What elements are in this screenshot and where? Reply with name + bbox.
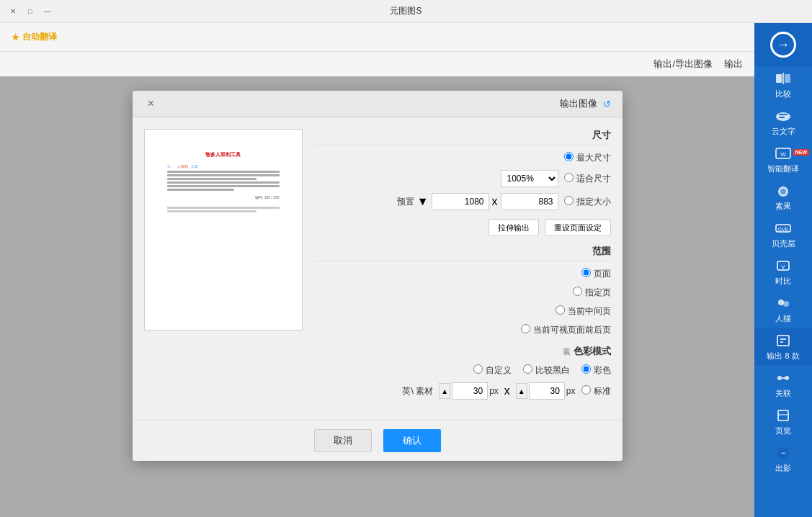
margin-x-input[interactable] [452,382,488,400]
stretch-button[interactable]: 拉伸输出 [488,219,539,236]
all-pages-label: 页面 [594,268,611,280]
toolbar-logo[interactable]: ★ 自动翻译 [12,31,57,43]
sidebar-item-timecompare[interactable]: V 时比 [754,253,812,291]
sidebar-top-button[interactable]: → [754,23,812,66]
time-compare-icon: V [775,258,792,273]
sidebar-item-fruit[interactable]: 素果 [754,179,812,216]
bw-radio[interactable] [523,364,532,377]
height-input[interactable] [501,193,558,210]
color-radio-group: 彩色 [581,364,611,377]
sidebar-item-compare[interactable]: 比较 [754,66,812,104]
custom-color-radio[interactable] [473,364,483,377]
content-area: ★ 自动翻译 输出/导出图像 输出 × 输出图像 [0,23,754,517]
sidebar-item-label-person-cat: 人猫 [775,313,791,324]
range-section: 范围 页面 [314,245,611,336]
max-size-row: 最大尺寸 [314,151,611,164]
margin-y-input[interactable] [529,382,565,400]
color-radio[interactable] [581,364,591,377]
relation-icon [775,371,792,385]
top-toolbar: ★ 自动翻译 [0,23,754,52]
sidebar-item-cloud-text[interactable]: 云文字 [754,104,812,141]
current-middle-radio[interactable] [556,305,565,318]
standard-radio[interactable] [581,385,591,397]
modal-body: 智多人双利工具 工 · 人双利 工具 [133,117,623,420]
size-separator: x [492,195,498,208]
sidebar-item-person-cat[interactable]: 人猫 [754,291,812,328]
sidebar-item-label-relation: 关联 [775,388,791,399]
margin-inputs: 英\ 素材 ▲ px x ▲ [402,382,575,400]
current-middle-label: 当前中间页 [568,305,611,318]
preview-panel: 智多人双利工具 工 · 人双利 工具 [144,129,303,408]
titlebar: ✕ □ — 元图图S [0,0,812,23]
close-button[interactable]: ✕ [7,6,19,17]
selected-pages-radio[interactable] [573,286,582,299]
sidebar-item-relation[interactable]: 关联 [754,366,812,403]
custom-size-radio[interactable] [564,195,574,208]
current-middle-radio-group: 当前中间页 [556,305,611,318]
sidebar-item-label-smart-translate: 智能翻译 [767,163,799,174]
main-layout: ★ 自动翻译 输出/导出图像 输出 × 输出图像 [0,23,812,517]
settings-panel: 尺寸 最大尺寸 [314,129,611,408]
sidebar-item-pageview[interactable]: 页览 [754,403,812,441]
modal-refresh-icon[interactable]: ↺ [603,99,611,109]
minimize-button[interactable]: — [42,6,53,17]
color-options-row: 自定义 比较黑白 [314,364,611,377]
sidebar-item-export[interactable]: 输出 8 款 [754,328,812,366]
current-visible-radio-group: 当前可视页面前后页 [521,323,611,336]
sidebar-item-label-export: 输出 8 款 [767,351,799,361]
size-section-title: 尺寸 [314,129,611,145]
modal-footer: 取消 确认 [133,420,623,461]
sidebar-item-shadow[interactable]: − 出影 [754,441,812,478]
bw-label: 比较黑白 [535,364,570,377]
maximize-button[interactable]: □ [24,6,36,17]
cloud-text-icon [775,109,792,123]
preview-doc-title: 智多人双利工具 [167,151,280,158]
standard-label: 标准 [594,385,611,397]
confirm-button[interactable]: 确认 [383,429,441,452]
current-visible-label: 当前可视页面前后页 [533,324,611,336]
sidebar-item-smart-translate[interactable]: NEW W 智能翻译 [754,141,812,179]
custom-size-label: 指定大小 [576,196,611,208]
new-badge-text: NEW [793,149,809,156]
svg-rect-1 [785,74,790,83]
page-header-btn[interactable]: 输出 [724,58,743,71]
bw-radio-group: 比较黑白 [523,364,570,377]
cancel-button[interactable]: 取消 [314,429,372,452]
export-modal: × 输出图像 ↺ 智多人双利工具 [133,91,623,461]
modal-title: 输出图像 ↺ [560,97,611,110]
modal-close-button[interactable]: × [144,96,159,111]
margin-y-unit: px [566,386,576,396]
max-size-radio[interactable] [564,151,574,164]
max-size-label: 最大尺寸 [576,152,611,164]
margin-separator: x [504,385,510,397]
color-section-title: 色彩模式 [574,345,611,358]
custom-size-row: 预置 ▼ x [314,193,611,210]
preset-dropdown[interactable]: 1005% [501,170,558,187]
all-pages-radio[interactable] [581,267,591,280]
page-header-title: 输出/导出图像 [653,58,713,71]
current-visible-radio[interactable] [521,323,530,336]
dropdown-icon: ▼ [417,195,429,208]
reset-page-button[interactable]: 重设页面设定 [545,219,611,236]
custom-color-radio-group: 自定义 [473,364,512,377]
svg-text:V: V [781,264,785,270]
selected-pages-row: 指定页 [314,286,611,299]
svg-text:OVE: OVE [778,227,789,232]
width-input[interactable] [432,193,489,210]
fit-size-row: 1005% 适合尺寸 [314,170,611,187]
sidebar-item-label-pageview: 页览 [775,426,791,436]
sidebar-item-label-cloud-text: 云文字 [772,126,795,137]
custom-color-label: 自定义 [486,364,512,377]
shell-icon: OVE [775,221,792,235]
color-label: 彩色 [594,364,611,377]
window-controls[interactable]: ✕ □ — [7,6,53,17]
margin-x-up[interactable]: ▲ [439,383,450,399]
sidebar-item-label-shell: 贝壳层 [772,238,795,249]
fit-size-radio[interactable] [564,172,574,185]
page-content: × 输出图像 ↺ 智多人双利工具 [0,76,754,517]
custom-size-radio-group: 指定大小 [564,195,611,208]
margin-x-unit: px [489,386,499,396]
margin-y-up[interactable]: ▲ [516,383,527,399]
new-badge: NEW [793,144,809,157]
sidebar-item-shell[interactable]: OVE 贝壳层 [754,216,812,253]
